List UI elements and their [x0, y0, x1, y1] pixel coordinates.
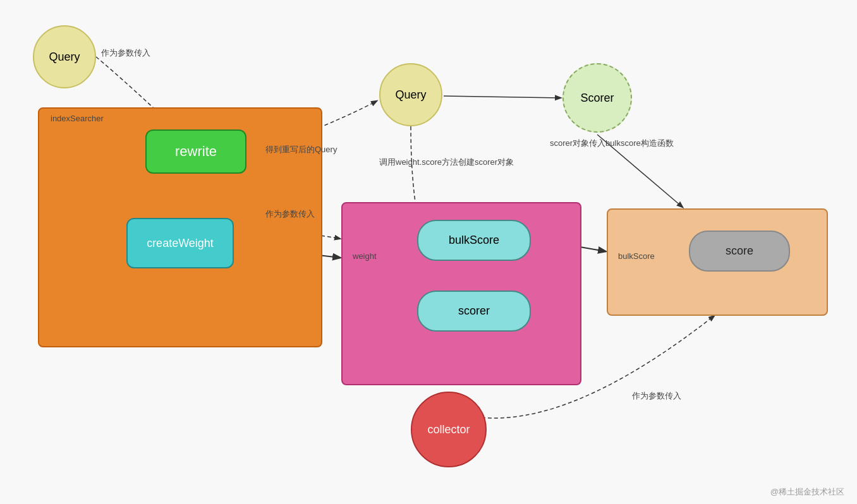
node-createweight: createWeight [126, 218, 234, 268]
node-scorer-inner: scorer [417, 291, 531, 332]
bulkscore-inner-label: bulkScore [449, 234, 499, 247]
weight-label: weight [353, 251, 377, 261]
node-query2: Query [379, 63, 442, 126]
score-label: score [726, 244, 753, 258]
query2-label: Query [395, 88, 426, 102]
scorer-label: Scorer [580, 92, 614, 105]
indexsearcher-label: indexSearcher [51, 114, 104, 123]
collector-label: collector [427, 423, 470, 436]
node-query1: Query [33, 25, 96, 88]
node-bulkscore-inner: bulkScore [417, 220, 531, 261]
query1-label: Query [49, 51, 80, 64]
label-create-scorer: 调用weight.score方法创建scorer对象 [379, 157, 514, 168]
diagram-container: Query Query Scorer collector indexSearch… [0, 0, 857, 504]
label-param3: 作为参数传入 [632, 390, 681, 402]
createweight-label: createWeight [147, 237, 214, 250]
label-rewritten-query: 得到重写后的Query [265, 144, 337, 155]
node-collector: collector [411, 392, 487, 467]
bulkscore-label: bulkScore [618, 251, 655, 261]
scorer-inner-label: scorer [458, 304, 490, 318]
node-score: score [689, 231, 790, 272]
watermark: @稀土掘金技术社区 [770, 486, 844, 498]
label-param1: 作为参数传入 [101, 47, 150, 59]
label-scorer-to-constructor: scorer对象传入bulkscore构造函数 [550, 138, 674, 149]
node-rewrite: rewrite [145, 129, 246, 174]
node-scorer: Scorer [562, 63, 632, 133]
label-param2: 作为参数传入 [265, 208, 315, 220]
rewrite-label: rewrite [175, 143, 217, 160]
